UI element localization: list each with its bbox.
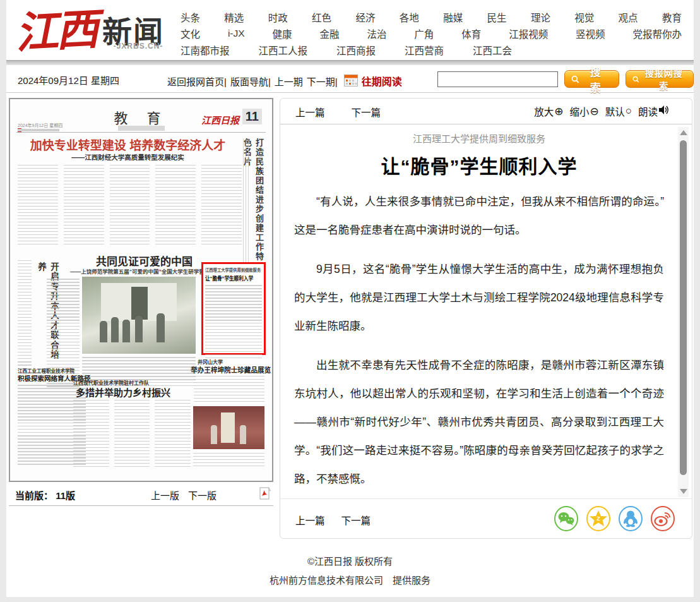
share-qq-icon[interactable]: [618, 506, 643, 534]
archive-reading-link[interactable]: 往期阅读: [362, 73, 402, 88]
nav-link[interactable]: 头条: [181, 10, 200, 24]
nav-link[interactable]: 金融: [319, 27, 339, 40]
svg-text:Z: Z: [596, 515, 600, 522]
nav-link[interactable]: 文化: [181, 27, 200, 40]
article-paragraph: 出生就不幸患有先天性成骨不全症的陈昭康，是赣州市蓉江新区潭东镇东坑村人，他以超出…: [294, 351, 664, 493]
magnifier-icon: [571, 75, 579, 83]
issue-nav-link[interactable]: 版面导航|: [230, 75, 271, 88]
nav-link[interactable]: i-JX: [228, 28, 245, 39]
thumb-section-tag: [118, 126, 165, 131]
prev-article-link-bottom[interactable]: 上一篇: [295, 513, 325, 527]
calendar-icon[interactable]: [344, 74, 358, 88]
nav-link[interactable]: 江西工人报: [259, 43, 308, 57]
nav-link[interactable]: 各地: [400, 10, 419, 24]
current-page-value: 11版: [56, 490, 75, 501]
thumb-boxed-title: 让“脆骨”学生顺利入学: [205, 274, 251, 282]
scrollbar[interactable]: [678, 127, 689, 497]
newspaper-page: 2024年9月12日 星期四 教 育 江西日报 11 加快专业转型建设 培养数字…: [10, 99, 272, 481]
zoom-in-icon: ⊕: [554, 105, 563, 118]
column-texture: [243, 138, 251, 274]
article-title: 让“脆骨”学生顺利入学: [294, 151, 664, 179]
thumb-boxed-kicker: 江西理工大学提供周到细致服务: [205, 267, 256, 273]
nav-link[interactable]: 教育: [662, 10, 682, 24]
nav-link[interactable]: 江西商报: [336, 43, 376, 57]
thumb-headline-3: 举办王梓坤院士珍藏品展览: [191, 364, 266, 375]
search-input[interactable]: [437, 71, 558, 87]
issue-nav-link[interactable]: 返回报网首页|: [167, 75, 227, 88]
nav-link[interactable]: 江报视频: [509, 27, 548, 40]
share-qzone-icon[interactable]: Z: [586, 506, 611, 534]
magnifier-icon: [632, 76, 639, 83]
page: 江西 新闻 -JXRBS.CN- 头条精选时政红色经济各地融媒民生理论视觉观点教…: [6, 0, 694, 597]
page-controls: 当前版： 11版 上一版 下一版: [9, 483, 273, 506]
column-texture: [18, 260, 32, 366]
thumb-paper-name: 江西日报: [201, 113, 239, 126]
reader-toolbar: 上一篇 下一篇 放大⊕ 缩小⊖ 默认○ 朗读: [280, 99, 692, 124]
issue-nav-link[interactable]: 下一期|: [307, 75, 338, 88]
thumb-photo-exhibition: [193, 406, 264, 449]
read-aloud-button[interactable]: 朗读: [638, 104, 669, 118]
article-kicker: 江西理工大学提供周到细致服务: [294, 131, 664, 145]
column-texture: [194, 376, 264, 404]
nav-row-3: 江南都市报江西工人报江西商报江西营商江西工会: [181, 42, 682, 58]
thumb-page-number: 11: [242, 109, 262, 124]
nav-link[interactable]: 广角: [414, 27, 434, 40]
nav-link[interactable]: 江西工会: [473, 43, 512, 57]
issue-links: 返回报网首页|版面导航|上一期下一期| 往期阅读: [167, 73, 402, 88]
footer-copyright: ©江西日报 版权所有: [6, 552, 694, 571]
current-page-indicator: 当前版： 11版: [15, 488, 75, 502]
nav-link[interactable]: 体育: [461, 27, 481, 40]
scroll-up-icon[interactable]: [680, 130, 687, 135]
nav-link[interactable]: 观点: [619, 10, 638, 24]
thumb-masthead-line: [18, 129, 59, 131]
nav-link[interactable]: 经济: [355, 10, 375, 24]
prev-page-link[interactable]: 上一版: [151, 488, 179, 502]
article-paragraphs: “有人说，人生来很多事情就已命中注定，但我从来不相信所谓的命运。”这是一名脆骨症…: [294, 188, 664, 499]
nav-link[interactable]: 江西营商: [405, 43, 444, 57]
highlighted-article-box[interactable]: 江西理工大学提供周到细致服务 让“脆骨”学生顺利入学: [201, 262, 266, 355]
speaker-icon: [658, 105, 669, 117]
nav-link[interactable]: 民生: [487, 10, 507, 24]
nav-link[interactable]: 健康: [273, 27, 292, 40]
netsearch-button[interactable]: 搜报网搜索: [626, 70, 694, 88]
next-article-link-bottom[interactable]: 下一篇: [341, 513, 371, 527]
issue-toolbar: 2024年09月12日 星期四 返回报网首页|版面导航|上一期下一期| 往期阅读…: [6, 65, 694, 93]
logo-domain: -JXRBS.CN-: [106, 42, 170, 51]
nav-link[interactable]: 融媒: [443, 10, 463, 24]
share-weibo-icon[interactable]: [650, 506, 675, 534]
thumb-headline-1-sub: ——江西财经大学高质量转型发展纪实: [25, 152, 230, 162]
site-header: 江西 新闻 -JXRBS.CN- 头条精选时政红色经济各地融媒民生理论视觉观点教…: [6, 0, 694, 60]
nav-link[interactable]: 党报帮你办: [632, 27, 682, 40]
column-texture: [73, 400, 191, 467]
search-button[interactable]: 搜 索: [564, 70, 619, 88]
nav-link[interactable]: 红色: [312, 10, 331, 24]
newspaper-page-thumbnail[interactable]: 2024年9月12日 星期四 教 育 江西日报 11 加快专业转型建设 培养数字…: [9, 98, 273, 482]
current-page-label: 当前版：: [15, 490, 53, 501]
scrollbar-thumb[interactable]: [680, 140, 687, 475]
scroll-down-icon[interactable]: [680, 489, 687, 494]
issue-nav-link[interactable]: 上一期: [275, 75, 303, 88]
search-area: 搜 索 搜报网搜索: [437, 70, 694, 88]
nav-link[interactable]: 法治: [367, 27, 386, 40]
footer-provider: 杭州前方信息技术有限公司 提供服务: [6, 571, 694, 590]
default-size-button[interactable]: 默认○: [605, 104, 632, 118]
next-article-link[interactable]: 下一篇: [352, 105, 381, 119]
nav-link[interactable]: 江南都市报: [181, 43, 230, 57]
next-page-link[interactable]: 下一版: [188, 488, 217, 502]
pdf-icon[interactable]: [259, 487, 271, 502]
nav-link[interactable]: 精选: [224, 10, 244, 24]
prev-article-link[interactable]: 上一篇: [295, 105, 325, 119]
column-texture: [193, 453, 264, 467]
nav-link[interactable]: 理论: [531, 10, 550, 24]
nav-link[interactable]: 视觉: [574, 10, 594, 24]
issue-date: 2024年09月12日 星期四: [18, 73, 119, 87]
logo-brand: 江西: [13, 0, 97, 61]
column-texture: [205, 285, 262, 359]
zoom-in-button[interactable]: 放大⊕: [534, 104, 563, 118]
article-reader-panel: 上一篇 下一篇 放大⊕ 缩小⊖ 默认○ 朗读 江西理工大学提供周到细致服务 让“…: [280, 98, 692, 539]
nav-link[interactable]: 时政: [268, 10, 288, 24]
nav-link[interactable]: 竖视频: [576, 27, 605, 40]
zoom-out-button[interactable]: 缩小⊖: [569, 104, 598, 118]
default-size-icon: ○: [626, 105, 632, 117]
share-wechat-icon[interactable]: [554, 506, 579, 534]
